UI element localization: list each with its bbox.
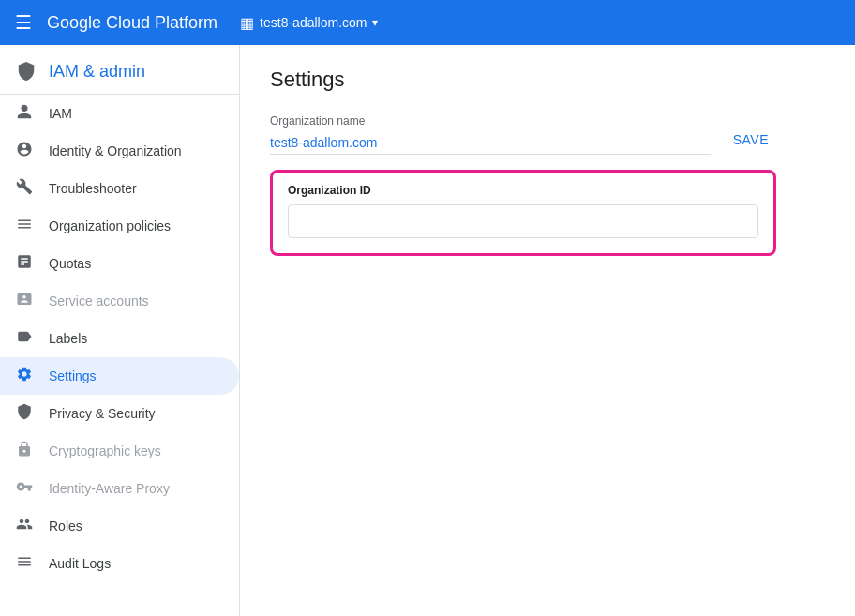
service-accounts-icon: [15, 291, 34, 312]
sidebar-item-quotas-label: Quotas: [49, 256, 91, 271]
sidebar-item-identity-aware-proxy: Identity-Aware Proxy: [0, 470, 239, 507]
sidebar-item-audit-logs-label: Audit Logs: [49, 556, 111, 571]
org-name-field: Organization name test8-adallom.com: [270, 114, 711, 155]
sidebar-item-identity-org[interactable]: Identity & Organization: [0, 132, 239, 170]
sidebar-item-identity-aware-proxy-label: Identity-Aware Proxy: [49, 481, 170, 496]
domain-dropdown-arrow-icon: ▾: [372, 16, 378, 29]
org-name-row: Organization name test8-adallom.com SAVE: [270, 114, 776, 155]
sidebar-item-cryptographic-keys: Cryptographic keys: [0, 432, 239, 470]
sidebar-item-audit-logs[interactable]: Audit Logs: [0, 545, 239, 582]
sidebar-item-privacy-security-label: Privacy & Security: [49, 406, 156, 421]
sidebar-item-labels[interactable]: Labels: [0, 320, 239, 357]
sidebar-title: IAM & admin: [49, 62, 145, 82]
audit-logs-icon: [15, 553, 34, 575]
app-title: Google Cloud Platform: [47, 13, 218, 33]
privacy-security-icon: [15, 403, 34, 425]
settings-form: Organization name test8-adallom.com SAVE…: [270, 114, 776, 256]
topbar: ☰ Google Cloud Platform ▦ test8-adallom.…: [0, 0, 855, 45]
org-id-input[interactable]: [288, 204, 758, 238]
sidebar-item-service-accounts: Service accounts: [0, 282, 239, 320]
org-id-box: Organization ID: [270, 170, 776, 256]
layout: IAM & admin IAM Identity & Organization …: [0, 45, 855, 616]
sidebar-item-troubleshooter-label: Troubleshooter: [49, 181, 137, 196]
identity-aware-proxy-icon: [15, 478, 34, 500]
main-content: Settings Organization name test8-adallom…: [240, 45, 855, 616]
sidebar-item-labels-label: Labels: [49, 331, 87, 346]
org-name-value: test8-adallom.com: [270, 131, 711, 155]
sidebar-header: IAM & admin: [0, 45, 239, 95]
sidebar-item-settings-label: Settings: [49, 368, 97, 383]
domain-icon: ▦: [240, 14, 254, 32]
domain-name: test8-adallom.com: [260, 15, 367, 30]
quotas-icon: [15, 253, 34, 275]
sidebar-item-troubleshooter[interactable]: Troubleshooter: [0, 170, 239, 207]
cryptographic-keys-icon: [15, 441, 34, 462]
org-policies-icon: [15, 216, 34, 237]
sidebar-item-org-policies-label: Organization policies: [49, 218, 171, 233]
labels-icon: [15, 328, 34, 350]
iam-icon: [15, 103, 34, 125]
org-id-label: Organization ID: [288, 184, 758, 197]
roles-icon: [15, 516, 34, 537]
domain-selector[interactable]: ▦ test8-adallom.com ▾: [240, 14, 378, 32]
sidebar-item-cryptographic-keys-label: Cryptographic keys: [49, 443, 161, 458]
sidebar: IAM & admin IAM Identity & Organization …: [0, 45, 240, 616]
menu-icon[interactable]: ☰: [15, 11, 32, 34]
settings-icon: [15, 366, 34, 387]
sidebar-item-iam[interactable]: IAM: [0, 95, 239, 132]
sidebar-item-iam-label: IAM: [49, 106, 72, 121]
sidebar-item-identity-org-label: Identity & Organization: [49, 143, 182, 158]
troubleshooter-icon: [15, 178, 34, 200]
org-name-label: Organization name: [270, 114, 711, 128]
sidebar-item-roles[interactable]: Roles: [0, 507, 239, 545]
identity-org-icon: [15, 141, 34, 162]
sidebar-item-org-policies[interactable]: Organization policies: [0, 207, 239, 245]
page-title: Settings: [270, 68, 825, 92]
sidebar-header-icon: [15, 60, 38, 83]
sidebar-item-service-accounts-label: Service accounts: [49, 293, 149, 308]
save-button[interactable]: SAVE: [726, 125, 776, 155]
sidebar-item-quotas[interactable]: Quotas: [0, 245, 239, 282]
sidebar-item-settings[interactable]: Settings: [0, 357, 239, 395]
sidebar-item-privacy-security[interactable]: Privacy & Security: [0, 395, 239, 432]
sidebar-item-roles-label: Roles: [49, 518, 82, 533]
